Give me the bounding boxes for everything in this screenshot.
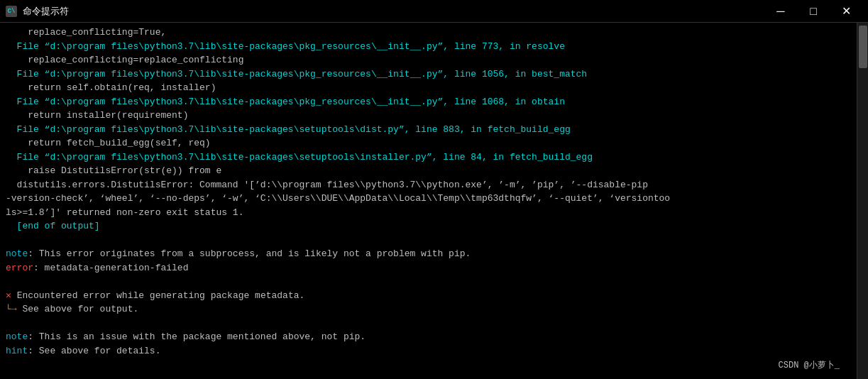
line-12: distutils.errors.DistutilsError: Command… bbox=[6, 178, 851, 192]
line-7: return installer(requirement) bbox=[6, 109, 851, 123]
line-4: File “d:\program files\python3.7\lib\sit… bbox=[6, 67, 851, 82]
line-2: File “d:\program files\python3.7\lib\sit… bbox=[6, 40, 851, 54]
line-11: raise DistutilsError(str(e)) from e bbox=[6, 164, 851, 178]
minimize-button[interactable]: ─ bbox=[764, 0, 797, 23]
line-6: File “d:\program files\python3.7\lib\sit… bbox=[6, 95, 851, 109]
error-x-icon: ✕ bbox=[6, 290, 17, 301]
line-16 bbox=[6, 234, 851, 248]
line-20: ✕ Encountered error while generating pac… bbox=[6, 289, 851, 303]
scrollbar[interactable] bbox=[857, 23, 868, 379]
error-label: error bbox=[6, 263, 33, 273]
arrow-text: See above for output. bbox=[22, 304, 138, 314]
arrow-icon: └→ bbox=[6, 304, 22, 314]
line-9: return fetch_build_egg(self, req) bbox=[6, 136, 851, 150]
note-label: note bbox=[6, 248, 28, 259]
hint-text: : See above for details. bbox=[28, 346, 160, 356]
line-8: File “d:\program files\python3.7\lib\sit… bbox=[6, 123, 851, 137]
note-text: : This error originates from a subproces… bbox=[28, 248, 471, 259]
line-13: -version-check’, ‘wheel’, ‘--no-deps’, ‘… bbox=[6, 192, 851, 206]
line-17: note: This error originates from a subpr… bbox=[6, 247, 851, 261]
terminal-window: replace_conflicting=True, File “d:\progr… bbox=[0, 23, 868, 379]
line-3: replace_conflicting=replace_conflicting bbox=[6, 53, 851, 67]
line-14: ls>=1.8’]' returned non-zero exit status… bbox=[6, 206, 851, 220]
title-bar: C\ 命令提示符 ─ □ ✕ bbox=[0, 0, 868, 23]
line-15: [end of output] bbox=[6, 219, 851, 234]
cmd-icon: C\ bbox=[6, 6, 17, 17]
line-22 bbox=[6, 317, 851, 331]
watermark: CSDN @小萝卜_ bbox=[779, 359, 840, 372]
title-bar-left: C\ 命令提示符 bbox=[6, 5, 69, 18]
note2-text: : This is an issue with the package ment… bbox=[28, 331, 366, 342]
error-x-text: Encountered error while generating packa… bbox=[17, 290, 305, 301]
line-18: error: metadata-generation-failed bbox=[6, 261, 851, 275]
hint-label: hint bbox=[6, 346, 28, 356]
line-21: └→ See above for output. bbox=[6, 302, 851, 317]
line-5: return self.obtain(req, installer) bbox=[6, 81, 851, 95]
maximize-button[interactable]: □ bbox=[797, 0, 830, 23]
error-text: : metadata-generation-failed bbox=[33, 263, 188, 273]
close-button[interactable]: ✕ bbox=[830, 0, 862, 23]
note2-label: note bbox=[6, 331, 28, 342]
terminal-output: replace_conflicting=True, File “d:\progr… bbox=[0, 23, 857, 379]
line-1: replace_conflicting=True, bbox=[6, 26, 851, 40]
line-23: note: This is an issue with the package … bbox=[6, 330, 851, 344]
window-title: 命令提示符 bbox=[23, 5, 69, 18]
scrollbar-thumb[interactable] bbox=[859, 26, 867, 68]
window-controls: ─ □ ✕ bbox=[764, 0, 862, 23]
line-24: hint: See above for details. bbox=[6, 344, 851, 358]
window: C\ 命令提示符 ─ □ ✕ replace_conflicting=True,… bbox=[0, 0, 868, 379]
line-10: File “d:\program files\python3.7\lib\sit… bbox=[6, 150, 851, 165]
line-19 bbox=[6, 275, 851, 289]
